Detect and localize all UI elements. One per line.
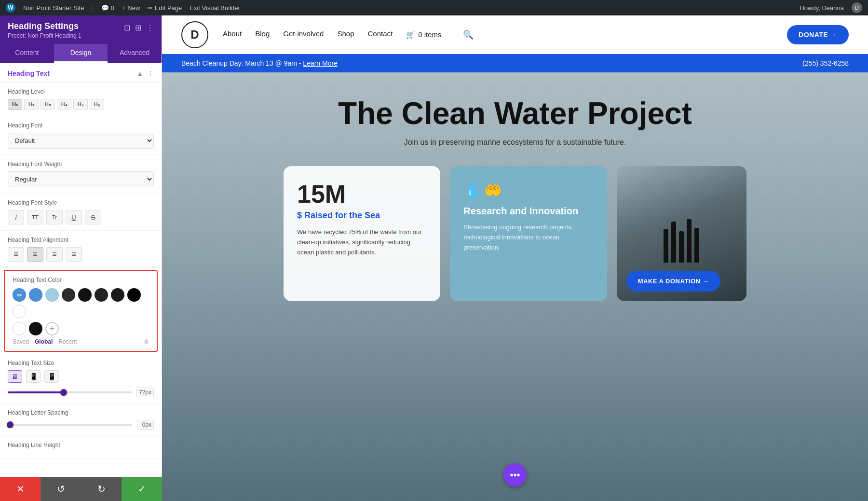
align-justify-button[interactable]: ≡ (66, 247, 82, 262)
columns-icon[interactable]: ⊞ (135, 23, 141, 32)
comments-link[interactable]: 💬 0 (101, 4, 114, 12)
nav-get-involved[interactable]: Get-involved (283, 29, 324, 40)
edit-page-button[interactable]: ✏ Edit Page (148, 4, 182, 12)
exit-builder-button[interactable]: Exit Visual Builder (190, 4, 240, 12)
align-center-button[interactable]: ≡ (27, 247, 43, 262)
photo-card: MAKE A DONATION → (617, 166, 746, 301)
research-card-title: Research and Innovation (463, 205, 593, 217)
comments-icon: 💬 (101, 4, 109, 12)
heading-font-label: Heading Font (8, 122, 154, 129)
desktop-device-btn[interactable]: 🖥 (8, 370, 22, 383)
align-left-button[interactable]: ≡ (8, 247, 24, 262)
heading-level-group: Heading Level H₁ H₂ H₃ H₄ H₅ H₆ (0, 83, 162, 116)
cart-text: 0 items (418, 30, 441, 39)
panel-toolbar: ✕ ↺ ↻ ✓ (0, 477, 162, 501)
tablet-device-btn[interactable]: 📱 (26, 370, 41, 383)
italic-button[interactable]: I (8, 210, 24, 224)
color-swatch-blue[interactable] (29, 288, 42, 302)
make-donation-button[interactable]: MAKE A DONATION → (626, 271, 720, 292)
nav-shop[interactable]: Shop (337, 29, 354, 40)
cancel-button[interactable]: ✕ (0, 477, 41, 501)
color-swatch-dark4[interactable] (111, 288, 124, 302)
heading-text-color-label: Heading Text Color (13, 277, 149, 283)
heading-font-style-group: Heading Font Style I TT Tr U S (0, 194, 162, 231)
color-swatch-dark2[interactable] (78, 288, 92, 302)
alert-learn-more[interactable]: Learn More (303, 59, 338, 67)
heading-line-height-group: Heading Line Height (0, 436, 162, 459)
wp-logo-icon[interactable]: W (6, 3, 15, 13)
color-tab-recent[interactable]: Recent (58, 338, 77, 345)
mobile-device-btn[interactable]: 📱 (44, 370, 59, 383)
section-more-icon[interactable]: ⋮ (147, 70, 154, 77)
fullscreen-icon[interactable]: ⊡ (124, 23, 130, 32)
color-tab-saved[interactable]: Saved (13, 338, 29, 345)
heading-level-label: Heading Level (8, 88, 154, 95)
uppercase-button[interactable]: TT (27, 210, 43, 224)
collapse-icon[interactable]: ▲ (136, 70, 143, 77)
capitalize-button[interactable]: Tr (46, 210, 63, 224)
water-drop-icon: 💧 (463, 181, 481, 198)
color-tab-global[interactable]: Global (35, 338, 53, 345)
alignment-buttons: ≡ ≡ ≡ ≡ (8, 247, 154, 262)
stat-number: 15M (297, 181, 427, 207)
preview-area: D About Blog Get-involved Shop Contact 🛒… (162, 15, 868, 501)
save-button[interactable]: ✓ (122, 477, 162, 501)
donate-button[interactable]: DONATE → (787, 25, 849, 44)
text-size-value[interactable]: 72px (136, 388, 154, 397)
fab-button[interactable]: ••• (503, 463, 527, 487)
color-swatch-dark-selected[interactable] (29, 322, 42, 335)
align-right-button[interactable]: ≡ (46, 247, 63, 262)
heading-font-weight-select[interactable]: Regular (8, 171, 154, 187)
panel-header: Heading Settings Preset: Non Profit Head… (0, 15, 162, 44)
letter-spacing-value[interactable]: 0px (137, 420, 154, 430)
alert-bar: Beach Cleanup Day: March 13 @ 9am - Lear… (162, 54, 868, 72)
color-tabs: Saved Global Recent ⚙ (13, 338, 149, 345)
h1-button[interactable]: H₁ (8, 99, 22, 110)
nav-about[interactable]: About (223, 29, 242, 40)
heading-font-group: Heading Font Default (0, 116, 162, 155)
color-swatch-dark3[interactable] (95, 288, 108, 302)
color-swatch-white[interactable] (13, 305, 26, 318)
color-swatch-white2[interactable] (13, 322, 26, 335)
h3-button[interactable]: H₃ (41, 99, 55, 110)
user-avatar[interactable]: D (852, 2, 862, 13)
heading-font-weight-group: Heading Font Weight Regular (0, 155, 162, 194)
color-settings-icon[interactable]: ⚙ (144, 338, 149, 345)
undo-button[interactable]: ↺ (41, 477, 81, 501)
stats-card: 15M $ Raised for the Sea We have recycle… (284, 166, 440, 301)
main-layout: Heading Settings Preset: Non Profit Head… (0, 15, 868, 501)
add-color-button[interactable]: + (45, 322, 59, 335)
more-icon[interactable]: ⋮ (146, 23, 154, 32)
research-card: 💧 🤲 Research and Innovation Showcasing o… (450, 166, 607, 301)
h4-button[interactable]: H₄ (57, 99, 71, 110)
color-swatch-light-blue[interactable] (45, 288, 59, 302)
nav-contact[interactable]: Contact (368, 29, 393, 40)
text-size-slider[interactable] (8, 391, 132, 393)
tab-design[interactable]: Design (54, 44, 108, 63)
redo-button[interactable]: ↻ (81, 477, 122, 501)
tab-advanced[interactable]: Advanced (108, 44, 162, 63)
tab-content[interactable]: Content (0, 44, 54, 63)
heading-font-weight-label: Heading Font Weight (8, 161, 154, 167)
color-swatch-black[interactable] (127, 288, 141, 302)
h6-button[interactable]: H₆ (90, 99, 104, 110)
heading-font-select[interactable]: Default (8, 133, 154, 149)
strikethrough-button[interactable]: S (85, 210, 101, 224)
color-swatch-dark1[interactable] (62, 288, 75, 302)
panel-tabs: Content Design Advanced (0, 44, 162, 63)
howdy-text: Howdy, Deanna (800, 4, 844, 12)
color-edit-icon[interactable]: ✏ (13, 288, 26, 302)
search-icon[interactable]: 🔍 (463, 29, 474, 40)
h5-button[interactable]: H₅ (73, 99, 88, 110)
device-buttons: 🖥 📱 📱 (8, 370, 154, 383)
new-button[interactable]: + New (122, 4, 140, 12)
heading-font-style-label: Heading Font Style (8, 199, 154, 206)
underline-button[interactable]: U (66, 210, 82, 224)
nav-blog[interactable]: Blog (255, 29, 270, 40)
nav-cart[interactable]: 🛒 0 items (406, 29, 441, 40)
panel-preset: Preset: Non Profit Heading 1 (8, 32, 81, 39)
h2-button[interactable]: H₂ (24, 99, 39, 110)
heading-text-color-group: Heading Text Color ✏ + (4, 270, 158, 352)
letter-spacing-slider[interactable] (8, 424, 132, 426)
alert-message: Beach Cleanup Day: March 13 @ 9am - Lear… (181, 59, 338, 67)
